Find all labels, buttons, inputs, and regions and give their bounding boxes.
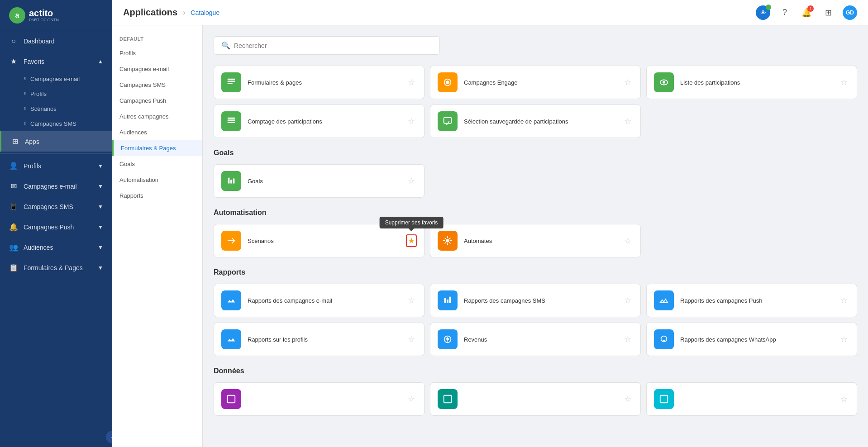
app-card-scenarios[interactable]: Scénarios Supprimer des favoris ★ xyxy=(214,224,424,257)
app-card-comptage-participations[interactable]: Comptage des participations ☆ xyxy=(214,105,424,138)
middle-item-campagnes-push[interactable]: Campagnes Push xyxy=(112,93,202,109)
svg-rect-13 xyxy=(447,300,448,303)
rapports-section-title: Rapports xyxy=(214,268,857,276)
sidebar-item-label: Audiences xyxy=(24,244,53,251)
donnees-1-icon xyxy=(221,389,241,409)
dashboard-icon: ○ xyxy=(9,37,18,45)
star-button[interactable]: ☆ xyxy=(406,294,417,307)
app-card-donnees-1[interactable]: ☆ xyxy=(214,382,424,416)
star-button-scenarios[interactable]: ★ xyxy=(406,234,417,247)
automates-icon xyxy=(438,231,458,251)
sidebar-footer: ‹ xyxy=(0,427,112,447)
formulaires-icon: 📋 xyxy=(9,263,18,272)
automatisation-section-title: Automatisation xyxy=(214,209,857,217)
middle-panel: DEFAULT Profils Campagnes e-mail Campagn… xyxy=(112,25,203,447)
app-card-rapports-email[interactable]: Rapports des campagnes e-mail ☆ xyxy=(214,284,424,317)
search-bar: 🔍 xyxy=(214,36,440,55)
app-card-rapports-whatsapp[interactable]: Rapports des campagnes WhatsApp ☆ xyxy=(646,323,857,356)
app-name: Revenus xyxy=(464,336,616,343)
middle-item-autres-campagnes[interactable]: Autres campagnes xyxy=(112,109,202,124)
middle-item-profils[interactable]: Profils xyxy=(112,45,202,61)
logo-name: actito xyxy=(29,9,59,18)
sidebar: a actito PART OF GNTN ○ Dashboard ★ Favo… xyxy=(0,0,112,447)
sidebar-item-label: Campagnes Push xyxy=(24,224,74,231)
sidebar-item-campagnes-email[interactable]: ✉ Campagnes e-mail ▼ xyxy=(0,176,112,196)
push-icon: 🔔 xyxy=(9,223,18,231)
app-name: Goals xyxy=(248,178,400,185)
app-card-goals[interactable]: Goals ☆ xyxy=(214,164,424,198)
search-icon: 🔍 xyxy=(221,41,230,50)
profils-icon: 👤 xyxy=(9,162,18,170)
svg-point-4 xyxy=(446,81,449,84)
scenarios-icon xyxy=(221,231,241,251)
sidebar-item-campagnes-push[interactable]: 🔔 Campagnes Push ▼ xyxy=(0,217,112,237)
star-button[interactable]: ☆ xyxy=(622,333,633,346)
svg-rect-17 xyxy=(228,395,235,403)
sidebar-item-label: Apps xyxy=(25,138,39,145)
app-card-selection-sauvegardee[interactable]: Sélection sauvegardée de participations … xyxy=(430,105,641,138)
star-button[interactable]: ☆ xyxy=(839,392,849,406)
app-card-rapports-sms[interactable]: Rapports des campagnes SMS ☆ xyxy=(430,284,641,317)
sidebar-item-favoris[interactable]: ★ Favoris ▲ xyxy=(0,51,112,71)
app-card-rapports-push[interactable]: Rapports des campagnes Push ☆ xyxy=(646,284,857,317)
middle-item-audiences[interactable]: Audiences xyxy=(112,124,202,140)
revenus-icon xyxy=(438,329,458,349)
app-card-donnees-3[interactable]: ☆ xyxy=(646,382,857,416)
middle-item-campagnes-sms[interactable]: Campagnes SMS xyxy=(112,77,202,93)
star-button[interactable]: ☆ xyxy=(622,392,633,406)
main-content: Applications › Catalogue 👁 ? 🔔 1 ⊞ GD DE… xyxy=(112,0,868,447)
chevron-down-icon: ▼ xyxy=(98,244,103,251)
sidebar-item-apps[interactable]: ⊞ Apps xyxy=(0,131,112,152)
star-button[interactable]: ☆ xyxy=(406,114,417,128)
sidebar-item-dashboard[interactable]: ○ Dashboard xyxy=(0,31,112,51)
app-name: Campagnes Engage xyxy=(464,79,616,86)
formulaires-pages-icon xyxy=(221,72,241,92)
middle-item-rapports[interactable]: Rapports xyxy=(112,188,202,204)
sidebar-item-audiences[interactable]: 👥 Audiences ▼ xyxy=(0,237,112,257)
star-button[interactable]: ☆ xyxy=(406,76,417,89)
star-button[interactable]: ☆ xyxy=(406,333,417,346)
star-button[interactable]: ☆ xyxy=(406,392,417,406)
middle-item-automatisation[interactable]: Automatisation xyxy=(112,172,202,188)
star-button[interactable]: ☆ xyxy=(839,294,849,307)
star-button[interactable]: ☆ xyxy=(839,333,849,346)
sidebar-sub-campagnes-email[interactable]: Campagnes e-mail xyxy=(0,71,112,86)
app-card-formulaires-pages[interactable]: Formulaires & pages ☆ xyxy=(214,66,424,99)
star-button[interactable]: ☆ xyxy=(622,294,633,307)
app-card-liste-participations[interactable]: Liste des participations ☆ xyxy=(646,66,857,99)
middle-item-campagnes-email[interactable]: Campagnes e-mail xyxy=(112,61,202,77)
app-card-automates[interactable]: Automates ☆ xyxy=(430,224,641,257)
app-card-revenus[interactable]: Revenus ☆ xyxy=(430,323,641,356)
star-button[interactable]: ☆ xyxy=(622,76,633,89)
eye-avatar[interactable]: 👁 xyxy=(756,5,770,20)
sidebar-item-campagnes-sms[interactable]: 📱 Campagnes SMS ▼ xyxy=(0,196,112,217)
breadcrumb-separator: › xyxy=(183,9,185,17)
star-button[interactable]: ☆ xyxy=(622,234,633,247)
sidebar-item-label: Campagnes e-mail xyxy=(24,183,77,190)
logo-circle: a xyxy=(9,7,25,24)
help-button[interactable]: ? xyxy=(777,5,792,20)
sidebar-item-label: Profils xyxy=(24,162,41,170)
comptage-participations-icon xyxy=(221,111,241,131)
notifications-button[interactable]: 🔔 1 xyxy=(799,5,814,20)
user-avatar[interactable]: GD xyxy=(843,5,857,20)
topbar-actions: 👁 ? 🔔 1 ⊞ GD xyxy=(756,5,857,20)
star-button[interactable]: ☆ xyxy=(622,114,633,128)
star-button[interactable]: ☆ xyxy=(406,174,417,188)
breadcrumb[interactable]: Catalogue xyxy=(191,9,219,16)
grid-menu-button[interactable]: ⊞ xyxy=(821,5,835,20)
sidebar-sub-campagnes-sms[interactable]: Campagnes SMS xyxy=(0,116,112,131)
sidebar-sub-profils[interactable]: Profils xyxy=(0,86,112,101)
middle-item-goals[interactable]: Goals xyxy=(112,156,202,172)
middle-item-formulaires-pages[interactable]: Formulaires & Pages xyxy=(112,140,202,156)
app-card-rapports-profils[interactable]: Rapports sur les profils ☆ xyxy=(214,323,424,356)
sidebar-item-profils[interactable]: 👤 Profils ▼ xyxy=(0,156,112,176)
search-input[interactable] xyxy=(234,42,432,49)
sidebar-item-formulaires[interactable]: 📋 Formulaires & Pages ▼ xyxy=(0,257,112,278)
app-name: Rapports des campagnes e-mail xyxy=(248,297,400,304)
star-button[interactable]: ☆ xyxy=(839,76,849,89)
sidebar-sub-scenarios[interactable]: Scénarios xyxy=(0,101,112,116)
collapse-button[interactable]: ‹ xyxy=(106,431,112,443)
app-card-campagnes-engage[interactable]: Campagnes Engage ☆ xyxy=(430,66,641,99)
app-card-donnees-2[interactable]: ☆ xyxy=(430,382,641,416)
